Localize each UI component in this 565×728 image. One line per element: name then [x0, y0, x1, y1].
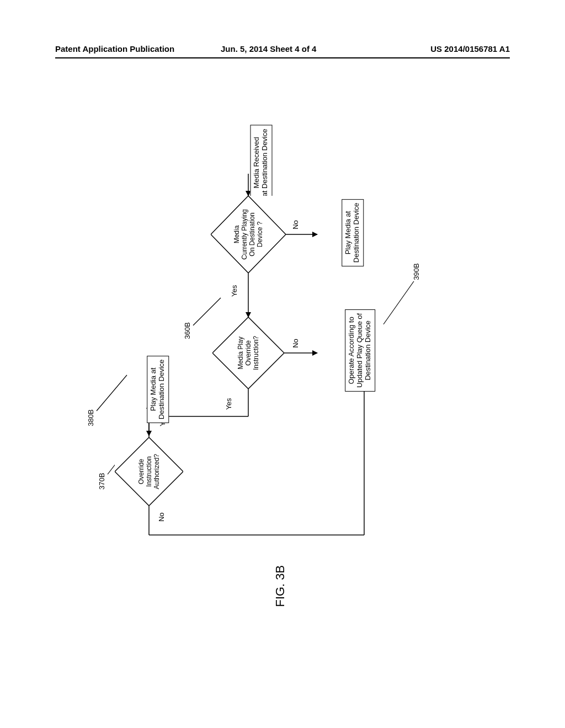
page-header: Patent Application Publication Jun. 5, 2…: [55, 44, 510, 58]
node-play-media-no: Play Media at Destination Device: [319, 222, 369, 247]
node-operate-queue: Operate According to Updated Play Queue …: [319, 335, 385, 371]
ref-390b: 390B: [408, 267, 425, 276]
figure-3b: Media Received at Destination Device Med…: [55, 138, 510, 607]
edge-label-yes-2: Yes: [223, 400, 235, 408]
header-left: Patent Application Publication: [55, 44, 174, 53]
ref-380b: 380B: [83, 414, 99, 422]
figure-label: FIG. 3B: [259, 579, 301, 593]
header-center: Jun. 5, 2014 Sheet 4 of 4: [221, 44, 316, 53]
decision-override-instruction: Media Play Override Instruction?: [212, 317, 284, 389]
edge-label-no-3: No: [157, 513, 167, 521]
edge-label-yes-1: Yes: [229, 287, 241, 295]
edge-label-no-2: No: [291, 339, 301, 347]
ref-360b: 360B: [179, 326, 196, 335]
decision-media-playing: Media Currently Playing On Destination D…: [211, 196, 286, 273]
ref-370b: 370B: [94, 477, 110, 485]
node-play-media-yes-label: Play Media at Destination Device: [147, 356, 169, 423]
svg-line-17: [97, 375, 127, 411]
node-media-received: Media Received at Destination Device: [223, 152, 273, 174]
edge-label-no-1: No: [291, 221, 301, 229]
node-play-media-yes: Play Media at Destination Device: [124, 378, 174, 404]
decision-override-authorized: Override Instruction Authorized?: [115, 437, 183, 506]
node-media-received-label: Media Received at Destination Device: [250, 125, 272, 201]
svg-line-14: [383, 281, 414, 324]
header-right: US 2014/0156781 A1: [430, 44, 510, 53]
node-play-media-no-label: Play Media at Destination Device: [342, 199, 364, 266]
decision-override-authorized-label: Override Instruction Authorized?: [137, 454, 161, 489]
decision-media-playing-label: Media Currently Playing On Destination D…: [233, 209, 264, 259]
decision-override-instruction-label: Media Play Override Instruction?: [237, 336, 260, 370]
node-operate-queue-label: Operate According to Updated Play Queue …: [345, 309, 375, 392]
